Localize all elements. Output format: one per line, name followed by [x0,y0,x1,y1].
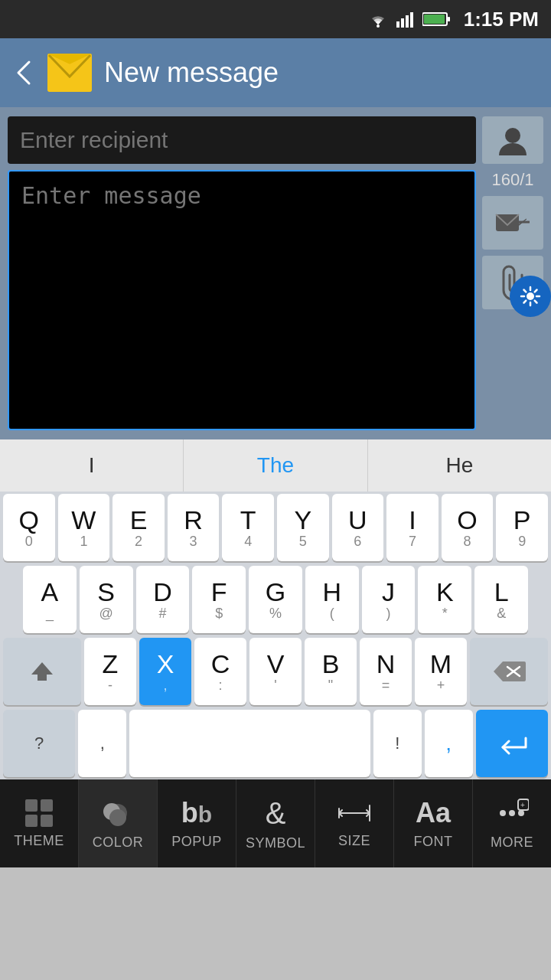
keyboard-row-1: Q0 W1 E2 R3 T4 Y5 U6 I7 O8 P9 [0,492,551,564]
send-icon [494,208,531,237]
compose-area: 160/1 [0,107,551,439]
key-n[interactable]: N= [360,638,412,705]
keyboard: Q0 W1 E2 R3 T4 Y5 U6 I7 O8 P9 A_ S@ D# F… [0,492,551,779]
key-s[interactable]: S@ [80,566,133,633]
send-button[interactable] [482,196,543,250]
exclamation-key[interactable]: ! [373,710,422,777]
symbol-icon: & [266,796,286,831]
key-z[interactable]: Z- [84,638,136,705]
toolbar-symbol[interactable]: & SYMBOL [236,779,315,867]
suggestion-2[interactable]: He [368,439,551,492]
action-bar: New message [0,38,551,107]
svg-marker-13 [31,662,53,681]
toolbar-font[interactable]: Aa FONT [394,779,473,867]
comma2-key[interactable]: , [425,710,473,777]
settings-fab[interactable] [510,276,551,317]
battery-icon [422,11,450,27]
key-m[interactable]: M+ [415,638,467,705]
svg-rect-16 [25,799,37,812]
svg-rect-19 [41,815,53,827]
key-g[interactable]: G% [249,566,302,633]
sym-key[interactable]: ? [3,710,75,777]
keyboard-row-3: Z- X, C: V' B" N= M+ [0,635,551,707]
wifi-icon [367,11,389,28]
key-f[interactable]: F$ [192,566,246,633]
key-k[interactable]: K* [418,566,471,633]
svg-point-26 [518,810,524,816]
key-h[interactable]: H( [305,566,359,633]
key-t[interactable]: T4 [222,494,274,561]
gear-icon [519,285,542,308]
more-icon: + [495,796,529,830]
back-button[interactable] [12,56,35,90]
font-icon: Aa [416,797,451,829]
comma-key[interactable]: , [78,710,126,777]
envelope-icon [47,54,92,92]
key-w[interactable]: W1 [58,494,110,561]
status-time: 1:15 PM [464,8,539,31]
enter-icon [497,732,527,755]
contact-icon [496,123,530,157]
key-b[interactable]: B" [305,638,357,705]
toolbar-bottom: THEME COLOR bb POPUP & SYMBOL SIZE Aa FO… [0,779,551,867]
toolbar-theme-label: THEME [14,833,64,849]
toolbar-popup-label: POPUP [171,834,222,850]
keyboard-row-2: A_ S@ D# F$ G% H( J) K* L& [0,564,551,635]
status-bar: 1:15 PM [0,0,551,38]
key-x[interactable]: X, [139,638,191,705]
key-v[interactable]: V' [249,638,302,705]
key-e[interactable]: E2 [112,494,165,561]
svg-rect-7 [424,15,445,24]
toolbar-font-label: FONT [414,834,453,850]
toolbar-theme[interactable]: THEME [0,779,79,867]
toolbar-popup[interactable]: bb POPUP [158,779,236,867]
svg-text:+: + [520,801,525,809]
svg-point-22 [109,809,126,826]
key-y[interactable]: Y5 [277,494,329,561]
toolbar-symbol-label: SYMBOL [246,835,305,851]
suggestion-0[interactable]: I [0,439,184,492]
toolbar-size[interactable]: SIZE [315,779,394,867]
key-a[interactable]: A_ [23,566,77,633]
suggestions-bar: I The He [0,439,551,492]
svg-point-25 [509,810,515,816]
size-icon [337,798,371,828]
svg-rect-4 [410,12,413,28]
key-u[interactable]: U6 [332,494,384,561]
svg-point-0 [377,24,380,28]
key-r[interactable]: R3 [168,494,220,561]
grid-icon [24,798,54,828]
message-sidebar: 160/1 [482,170,543,309]
delete-icon [492,660,526,683]
toolbar-color-label: COLOR [93,835,144,851]
key-o[interactable]: O8 [442,494,494,561]
shift-icon [30,659,54,684]
contact-button[interactable] [482,116,543,164]
key-i[interactable]: I7 [386,494,439,561]
toolbar-more[interactable]: + MORE [473,779,551,867]
signal-icon [395,11,416,28]
svg-point-9 [505,128,520,143]
key-l[interactable]: L& [474,566,528,633]
color-icon [101,796,135,830]
enter-key[interactable] [476,710,548,777]
suggestion-1[interactable]: The [184,439,367,492]
toolbar-color[interactable]: COLOR [79,779,158,867]
keyboard-bottom-row: ? , ! , [0,707,551,779]
key-d[interactable]: D# [136,566,190,633]
message-input[interactable] [8,170,476,430]
shift-key[interactable] [3,638,81,705]
toolbar-more-label: MORE [491,835,533,851]
key-j[interactable]: J) [362,566,416,633]
key-q[interactable]: Q0 [3,494,55,561]
recipient-input[interactable] [8,116,476,164]
delete-key[interactable] [470,638,548,705]
key-c[interactable]: C: [194,638,246,705]
key-p[interactable]: P9 [496,494,548,561]
status-icons [367,11,450,28]
toolbar-size-label: SIZE [338,833,370,849]
svg-rect-2 [401,18,404,28]
page-title: New message [104,57,279,89]
char-count: 160/1 [491,170,533,190]
space-key[interactable] [129,710,370,777]
